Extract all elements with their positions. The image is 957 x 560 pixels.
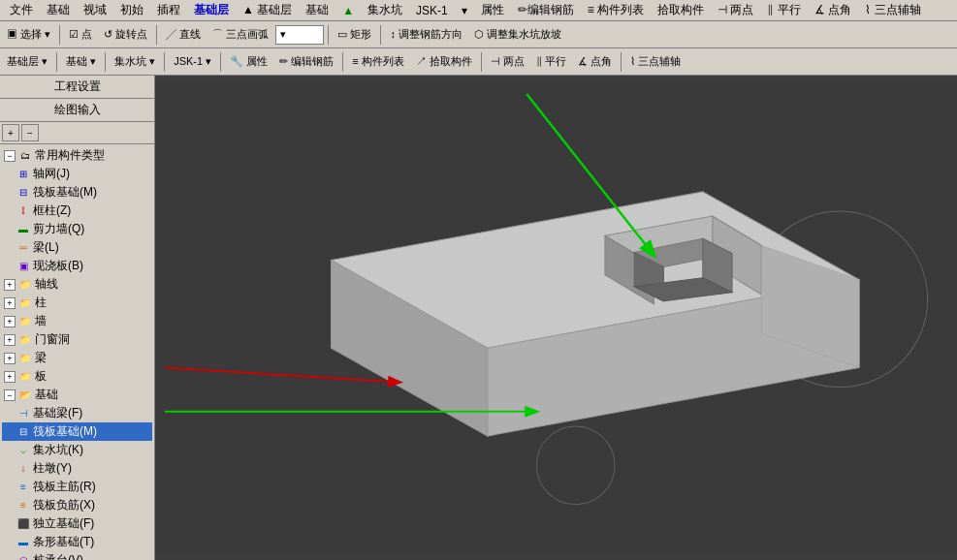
tb-pick-btn[interactable]: ↗ 拾取构件 — [411, 51, 477, 72]
tb-parallel-btn[interactable]: ∥ 平行 — [531, 51, 571, 72]
fbeam-icon: ⊣ — [16, 407, 31, 420]
tb-adjust-dir-btn[interactable]: ↕ 调整钢筋方向 — [385, 24, 467, 45]
menu-comp-list[interactable]: ≡ 构件列表 — [582, 0, 650, 20]
expand-common[interactable]: − — [4, 150, 16, 162]
axis-icon: ⊞ — [16, 168, 31, 181]
label-door-window: 门窗洞 — [35, 331, 70, 348]
menu-edit-r[interactable]: ✏编辑钢筋 — [512, 0, 580, 20]
menu-parallel[interactable]: ∥ 平行 — [761, 0, 806, 20]
expand-door-window[interactable]: + — [4, 334, 16, 346]
tree-item-raft-m[interactable]: ⊟ 筏板基础(M) — [2, 183, 152, 202]
tree-item-foundation[interactable]: − 📂 基础 — [2, 386, 152, 404]
menu-property[interactable]: 属性 — [475, 0, 510, 20]
label-strip: 条形基础(T) — [33, 534, 94, 550]
menu-file[interactable]: 文件 — [4, 0, 39, 20]
tree-item-axis-line[interactable]: + 📁 轴线 — [2, 275, 152, 294]
tree-item-pit-k[interactable]: ⌵ 集水坑(K) — [2, 441, 152, 459]
tree-item-door-window[interactable]: + 📁 门窗洞 — [2, 330, 152, 349]
menu-jsk[interactable]: 集水坑 — [362, 0, 408, 20]
label-raft-m: 筏板基础(M) — [33, 184, 97, 201]
raft-rebar-icon: ≡ — [16, 481, 31, 494]
tree-item-foundation-beam[interactable]: ⊣ 基础梁(F) — [2, 404, 152, 422]
tb-line-btn[interactable]: ╱ 直线 — [161, 24, 206, 45]
col-icon: 𝕀 — [16, 204, 31, 218]
tree-item-common[interactable]: − 🗂 常用构件类型 — [2, 146, 152, 165]
menu-init[interactable]: 初始 — [114, 0, 149, 20]
tree-item-strip[interactable]: ▬ 条形基础(T) — [2, 533, 152, 551]
sidebar-tool-minus[interactable]: − — [21, 124, 39, 141]
tree-item-cast-slab[interactable]: ▣ 现浇板(B) — [2, 257, 152, 275]
toolbar-row1: ▣ 选择 ▾ ☑ 点 ↺ 旋转点 ╱ 直线 ⌒ 三点画弧 ▾ ▭ 矩形 ↕ 调整… — [0, 21, 957, 48]
tree-item-pile-cap[interactable]: ⬡ 桩承台(V) — [2, 551, 152, 560]
tb-point-btn[interactable]: ☑ 点 — [64, 24, 97, 45]
tb-property-btn[interactable]: 🔧 属性 — [225, 51, 272, 72]
menu-component-list[interactable]: 基础 — [300, 0, 335, 20]
drawing-input-header[interactable]: 绘图输入 — [0, 99, 154, 122]
tree-item-raft-neg-rebar[interactable]: ≡ 筏板负筋(X) — [2, 496, 152, 514]
tree-item-beam[interactable]: ═ 梁(L) — [2, 238, 152, 257]
menu-pick2[interactable]: 拾取构件 — [652, 0, 710, 20]
menu-edit-rebar[interactable]: ▲ 基础层 — [237, 0, 298, 20]
tb-jsk-dd[interactable]: JSK-1 ▾ — [169, 52, 216, 71]
tb-pit-dd[interactable]: 集水坑 ▾ — [110, 51, 160, 72]
tb-rotate-btn[interactable]: ↺ 旋转点 — [99, 24, 152, 45]
tb-select-btn[interactable]: ▣ 选择 ▾ — [2, 24, 55, 45]
tree-item-raft-main-rebar[interactable]: ≡ 筏板主筋(R) — [2, 478, 152, 496]
tree-item-pile-y[interactable]: ↓ 柱墩(Y) — [2, 459, 152, 478]
pit-icon: ⌵ — [16, 444, 31, 457]
label-raft-neg-rebar: 筏板负筋(X) — [33, 497, 95, 513]
tree-item-frame-col[interactable]: 𝕀 框柱(Z) — [2, 202, 152, 220]
label-slab-main: 板 — [35, 368, 47, 385]
tree-item-shear-wall[interactable]: ▬ 剪力墙(Q) — [2, 220, 152, 238]
tree-item-raft-foundation[interactable]: ⊟ 筏板基础(M) — [2, 422, 152, 441]
menu-pick[interactable]: ▲ — [336, 2, 360, 19]
menu-three-aux[interactable]: ⌇ 三点辅轴 — [859, 0, 926, 20]
tb-angle-btn[interactable]: ∡ 点角 — [573, 51, 617, 72]
project-settings-header[interactable]: 工程设置 — [0, 76, 154, 99]
tree-item-isolated[interactable]: ⬛ 独立基础(F) — [2, 514, 152, 533]
slab-icon: ▣ — [16, 260, 31, 273]
menu-angle[interactable]: ∡ 点角 — [809, 0, 857, 20]
menu-base[interactable]: 基础 — [41, 0, 76, 20]
expand-beam-main[interactable]: + — [4, 353, 16, 364]
canvas-area[interactable] — [155, 76, 957, 560]
menu-insert[interactable]: 插程 — [151, 0, 186, 20]
menu-foundation-layer[interactable]: 基础层 — [188, 0, 235, 20]
label-frame-col: 框柱(Z) — [33, 202, 71, 219]
menu-view[interactable]: 视域 — [78, 0, 112, 20]
expand-foundation[interactable]: − — [4, 389, 16, 401]
sep6 — [105, 52, 106, 72]
folder-icon-common: 🗂 — [17, 149, 33, 163]
tb-base-layer-dd[interactable]: 基础层 ▾ — [2, 51, 52, 72]
beam-icon: ═ — [16, 241, 31, 255]
tree-item-axis-network[interactable]: ⊞ 轴网(J) — [2, 165, 152, 183]
tree-item-beam-main[interactable]: + 📁 梁 — [2, 349, 152, 367]
expand-slab-main[interactable]: + — [4, 371, 16, 383]
tb-rect-btn[interactable]: ▭ 矩形 — [333, 24, 376, 45]
raft-icon: ⊟ — [16, 425, 31, 439]
tree-item-pier[interactable]: + 📁 柱 — [2, 294, 152, 312]
strip-icon: ▬ — [16, 536, 31, 549]
tb-comp-list-btn[interactable]: ≡ 构件列表 — [347, 51, 408, 72]
tb-two-pts-btn[interactable]: ⊣ 两点 — [486, 51, 529, 72]
sidebar-tool-add[interactable]: + — [2, 124, 19, 141]
folder-icon-slab: 📁 — [17, 370, 33, 384]
tree-area: − 🗂 常用构件类型 ⊞ 轴网(J) ⊟ 筏板基础(M) 𝕀 框柱(Z) ▬ 剪… — [0, 144, 154, 560]
menu-jsk1[interactable]: JSK-1 — [410, 2, 454, 19]
expand-pier[interactable]: + — [4, 297, 16, 309]
menu-two-pts[interactable]: ⊣ 两点 — [712, 0, 759, 20]
tb-adjust-pit-btn[interactable]: ⬡ 调整集水坑放坡 — [469, 24, 566, 45]
expand-wall[interactable]: + — [4, 316, 16, 327]
label-raft-foundation: 筏板基础(M) — [33, 423, 97, 440]
sep1 — [59, 25, 60, 45]
tb-edit-rebar-btn[interactable]: ✏ 编辑钢筋 — [274, 51, 338, 72]
tree-item-wall[interactable]: + 📁 墙 — [2, 312, 152, 330]
tree-item-slab-main[interactable]: + 📁 板 — [2, 367, 152, 386]
sidebar-tools: + − — [0, 122, 154, 144]
tb-three-arc-btn[interactable]: ⌒ 三点画弧 — [207, 24, 273, 45]
tb-empty-dropdown[interactable]: ▾ — [275, 25, 324, 45]
sep2 — [156, 25, 157, 45]
tb-three-aux-btn[interactable]: ⌇ 三点辅轴 — [625, 51, 686, 72]
tb-base-dd[interactable]: 基础 ▾ — [61, 51, 101, 72]
expand-axis-line[interactable]: + — [4, 279, 16, 291]
